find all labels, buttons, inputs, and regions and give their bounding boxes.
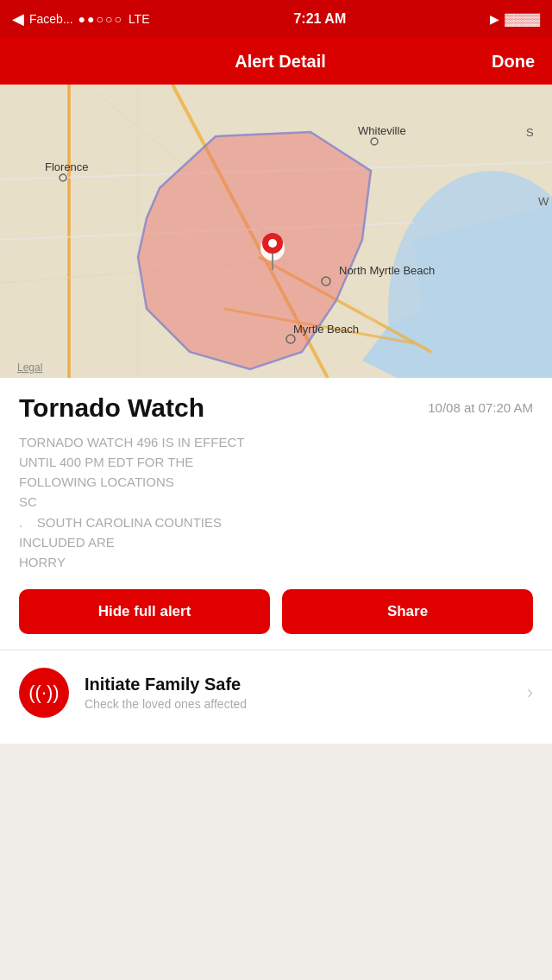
family-safe-row[interactable]: ((·)) Initiate Family Safe Check the lov… [19,650,533,730]
broadcast-icon: ((·)) [28,682,59,704]
status-right: ▶ ▓▓▓▓ [490,12,540,26]
hide-alert-button[interactable]: Hide full alert [19,589,270,634]
location-icon: ▶ [490,12,499,26]
status-bar: ◀ Faceb... ●●○○○ LTE 7:21 AM ▶ ▓▓▓▓ [0,0,552,38]
alert-title: Tornado Watch [19,393,204,424]
alert-timestamp: 10/08 at 07:20 AM [428,393,533,415]
svg-text:Florence: Florence [45,160,89,173]
status-time: 7:21 AM [293,11,346,27]
action-buttons: Hide full alert Share [19,589,533,634]
family-safe-icon: ((·)) [19,668,69,718]
battery-icon: ▓▓▓▓ [505,12,540,26]
family-safe-title: Initiate Family Safe [85,675,511,694]
alert-body: TORNADO WATCH 496 IS IN EFFECT UNTIL 400… [19,432,533,573]
svg-text:S: S [526,126,534,139]
family-safe-subtitle: Check the loved ones affected [85,697,511,711]
status-left: ◀ Faceb... ●●○○○ LTE [12,9,150,28]
svg-text:Legal: Legal [17,361,42,374]
bottom-area [0,744,552,980]
share-button[interactable]: Share [282,589,533,634]
nav-bar: Alert Detail Done [0,38,552,85]
svg-text:Whiteville: Whiteville [358,124,406,137]
family-safe-text: Initiate Family Safe Check the loved one… [85,675,511,711]
app-name: Faceb... [29,12,73,26]
chevron-right-icon: › [527,682,533,704]
network-type: LTE [129,12,150,26]
svg-text:Myrtle Beach: Myrtle Beach [293,323,359,336]
done-button[interactable]: Done [492,52,535,72]
svg-text:North Myrtle Beach: North Myrtle Beach [339,264,435,277]
svg-point-19 [268,239,277,248]
signal-dots: ●●○○○ [78,12,123,26]
svg-text:W: W [538,195,549,208]
content-area: Tornado Watch 10/08 at 07:20 AM TORNADO … [0,378,552,744]
back-arrow-icon: ◀ [12,9,24,28]
page-title: Alert Detail [235,52,326,72]
map-area: Whiteville Florence North Myrtle Beach M… [0,85,552,378]
alert-header: Tornado Watch 10/08 at 07:20 AM [19,393,533,424]
